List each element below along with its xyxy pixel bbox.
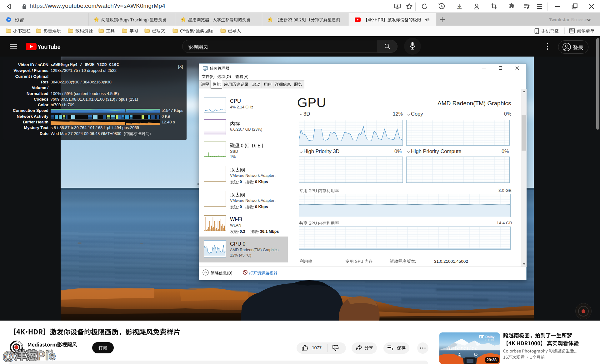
svg-text:@: @ (2, 349, 15, 362)
svg-text:Dolby: Dolby (485, 335, 494, 339)
svg-text:Pie: Pie (37, 349, 56, 362)
